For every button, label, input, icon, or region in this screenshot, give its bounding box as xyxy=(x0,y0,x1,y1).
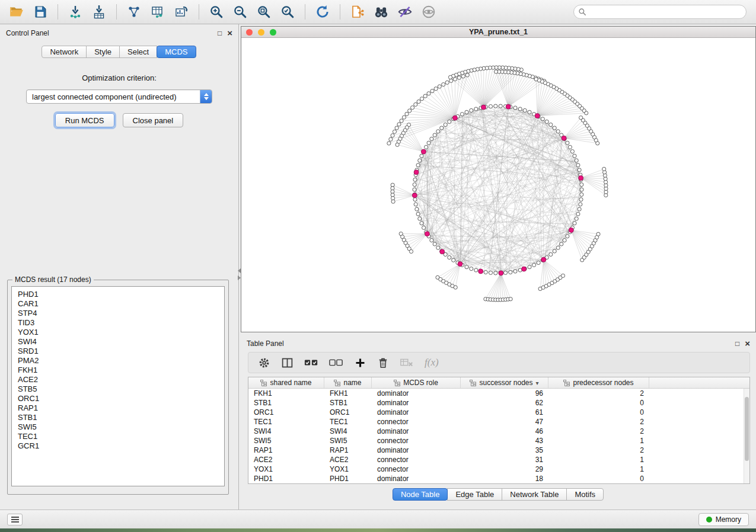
network-node[interactable] xyxy=(418,159,422,162)
network-node[interactable] xyxy=(414,102,417,106)
table-tab-network-table[interactable]: Network Table xyxy=(502,488,567,501)
network-node[interactable] xyxy=(433,242,436,246)
dominator-node[interactable] xyxy=(412,193,417,198)
network-node[interactable] xyxy=(568,145,572,149)
network-node[interactable] xyxy=(537,261,540,264)
add-column-button[interactable] xyxy=(354,357,366,369)
mcds-result-list[interactable]: PHD1CAR1STP4TID3YOX1SWI4SRD1PMA2FKH1ACE2… xyxy=(11,286,225,486)
dominator-node[interactable] xyxy=(479,269,483,274)
network-node[interactable] xyxy=(420,97,423,101)
dominator-node[interactable] xyxy=(522,267,527,271)
show-table-button[interactable] xyxy=(147,2,168,22)
network-node[interactable] xyxy=(411,106,414,110)
network-node[interactable] xyxy=(474,107,478,111)
dominator-node[interactable] xyxy=(499,271,503,275)
network-node[interactable] xyxy=(460,113,464,116)
network-node[interactable] xyxy=(575,159,578,162)
dominator-node[interactable] xyxy=(535,114,540,118)
table-row[interactable]: ORC1ORC1dominator610 xyxy=(248,408,749,417)
mcds-node-item[interactable]: SRD1 xyxy=(18,347,218,356)
network-node[interactable] xyxy=(425,145,428,149)
table-row[interactable]: RAP1RAP1dominator352 xyxy=(248,446,749,455)
close-panel-icon[interactable]: × xyxy=(227,30,232,37)
network-node[interactable] xyxy=(528,265,531,269)
mcds-node-item[interactable]: PHD1 xyxy=(18,290,218,299)
mcds-node-item[interactable]: STB5 xyxy=(18,384,218,394)
select-all-button[interactable] xyxy=(304,357,318,368)
dominator-node[interactable] xyxy=(425,232,429,236)
network-node[interactable] xyxy=(580,183,583,187)
show-elements-button[interactable] xyxy=(418,2,439,22)
tab-network[interactable]: Network xyxy=(42,46,87,58)
network-node[interactable] xyxy=(433,133,436,137)
network-node[interactable] xyxy=(427,92,430,95)
network-node[interactable] xyxy=(513,270,517,273)
dominator-node[interactable] xyxy=(452,116,457,120)
dominator-node[interactable] xyxy=(440,249,445,254)
show-columns-button[interactable] xyxy=(281,357,294,369)
network-node[interactable] xyxy=(578,168,581,172)
network-node[interactable] xyxy=(434,87,438,91)
network-node[interactable] xyxy=(448,256,451,259)
network-node[interactable] xyxy=(541,117,544,121)
hide-elements-button[interactable] xyxy=(394,2,416,22)
network-node[interactable] xyxy=(442,83,445,86)
mcds-node-item[interactable]: FKH1 xyxy=(18,366,218,375)
network-node[interactable] xyxy=(563,239,566,242)
network-node[interactable] xyxy=(391,134,394,137)
network-node[interactable] xyxy=(549,123,553,126)
table-row[interactable]: SWI4SWI4dominator462 xyxy=(248,427,749,436)
dominator-node[interactable] xyxy=(506,104,511,109)
network-node[interactable] xyxy=(553,249,556,253)
network-node[interactable] xyxy=(602,167,606,171)
network-node[interactable] xyxy=(494,271,497,275)
network-node[interactable] xyxy=(549,252,553,256)
mcds-node-item[interactable]: ORC1 xyxy=(18,394,218,403)
table-row[interactable]: TEC1TEC1connector472 xyxy=(248,417,749,427)
network-node[interactable] xyxy=(518,107,522,111)
import-table-file-button[interactable] xyxy=(88,2,110,22)
mcds-node-item[interactable]: TEC1 xyxy=(18,432,218,441)
network-node[interactable] xyxy=(397,123,401,126)
mcds-node-item[interactable]: TID3 xyxy=(18,318,218,328)
network-node[interactable] xyxy=(395,126,398,130)
network-node[interactable] xyxy=(489,271,492,274)
network-node[interactable] xyxy=(578,207,581,211)
network-window-titlebar[interactable]: YPA_prune.txt_1 xyxy=(241,27,755,38)
tab-style[interactable]: Style xyxy=(86,46,120,58)
mcds-node-item[interactable]: SWI5 xyxy=(18,422,218,432)
network-node[interactable] xyxy=(556,246,560,249)
network-node[interactable] xyxy=(438,85,441,88)
network-node[interactable] xyxy=(566,235,569,238)
table-tab-motifs[interactable]: Motifs xyxy=(566,488,604,501)
network-node[interactable] xyxy=(457,76,461,79)
mcds-node-item[interactable]: STP4 xyxy=(18,309,218,318)
network-node[interactable] xyxy=(389,137,393,141)
search-binoculars-button[interactable] xyxy=(371,2,392,22)
network-node[interactable] xyxy=(400,119,403,123)
dominator-node[interactable] xyxy=(458,262,462,267)
memory-button[interactable]: Memory xyxy=(698,513,749,526)
network-node[interactable] xyxy=(391,200,395,203)
dominator-node[interactable] xyxy=(541,257,546,262)
column-header-successor-nodes[interactable]: successor nodes▾ xyxy=(461,377,548,388)
network-node[interactable] xyxy=(579,116,583,120)
network-node[interactable] xyxy=(427,141,430,145)
dominator-node[interactable] xyxy=(569,227,573,232)
task-history-button[interactable] xyxy=(7,514,23,525)
network-node[interactable] xyxy=(416,212,420,216)
network-node[interactable] xyxy=(573,222,576,225)
open-file-button[interactable] xyxy=(6,2,27,22)
zoom-fit-button[interactable] xyxy=(253,2,275,22)
network-node[interactable] xyxy=(413,198,417,201)
table-row[interactable]: ACE2ACE2connector311 xyxy=(248,455,749,464)
network-node[interactable] xyxy=(449,79,453,82)
column-header-name[interactable]: name xyxy=(324,377,372,388)
network-node[interactable] xyxy=(452,258,455,262)
network-node[interactable] xyxy=(405,112,409,116)
mcds-node-item[interactable]: STB1 xyxy=(18,413,218,422)
network-node[interactable] xyxy=(465,110,468,114)
network-node[interactable] xyxy=(444,123,447,126)
network-node[interactable] xyxy=(430,239,433,242)
network-node[interactable] xyxy=(387,142,391,145)
